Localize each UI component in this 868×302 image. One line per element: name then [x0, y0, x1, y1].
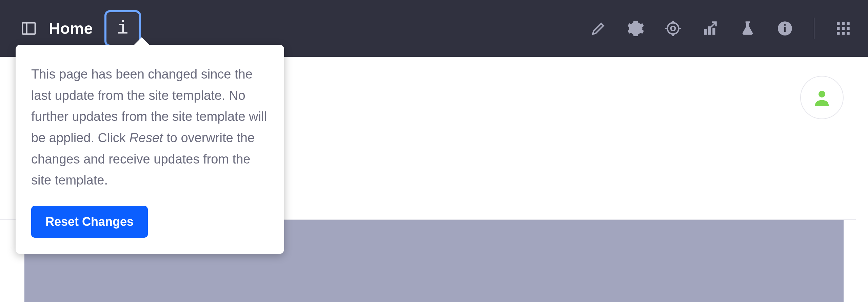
reset-changes-button[interactable]: Reset Changes	[31, 206, 148, 238]
topbar-divider	[814, 18, 814, 39]
flask-icon[interactable]	[739, 20, 756, 37]
user-avatar[interactable]	[800, 76, 844, 119]
edit-icon[interactable]	[590, 20, 607, 37]
svg-rect-22	[847, 32, 849, 35]
svg-rect-20	[837, 32, 840, 35]
svg-rect-0	[22, 23, 35, 34]
user-icon	[812, 87, 832, 108]
info-popover-text: This page has been changed since the las…	[31, 64, 269, 191]
svg-point-3	[671, 26, 675, 31]
svg-rect-21	[842, 32, 845, 35]
scrollbar-gutter	[856, 57, 868, 302]
svg-rect-8	[704, 29, 707, 35]
svg-rect-15	[842, 22, 845, 25]
sidebar-toggle-icon[interactable]	[20, 20, 37, 37]
target-icon[interactable]	[665, 20, 682, 37]
analytics-icon[interactable]	[702, 20, 719, 37]
svg-rect-10	[712, 28, 715, 35]
svg-rect-16	[847, 22, 849, 25]
apps-grid-icon[interactable]	[835, 20, 852, 37]
topbar-left: Home i	[20, 10, 141, 47]
info-popover-text-em: Reset	[129, 131, 163, 145]
svg-rect-18	[842, 27, 845, 30]
svg-rect-13	[784, 24, 786, 26]
topbar-right	[590, 18, 852, 39]
svg-rect-9	[708, 26, 711, 35]
svg-point-2	[667, 23, 678, 34]
svg-rect-19	[847, 27, 849, 30]
svg-point-23	[818, 91, 825, 98]
svg-rect-14	[837, 22, 840, 25]
gear-icon[interactable]	[627, 20, 644, 37]
info-icon[interactable]	[776, 20, 793, 37]
svg-rect-12	[784, 27, 786, 32]
info-popover: This page has been changed since the las…	[16, 45, 284, 254]
svg-rect-17	[837, 27, 840, 30]
page-breadcrumb-title[interactable]: Home	[49, 19, 93, 38]
